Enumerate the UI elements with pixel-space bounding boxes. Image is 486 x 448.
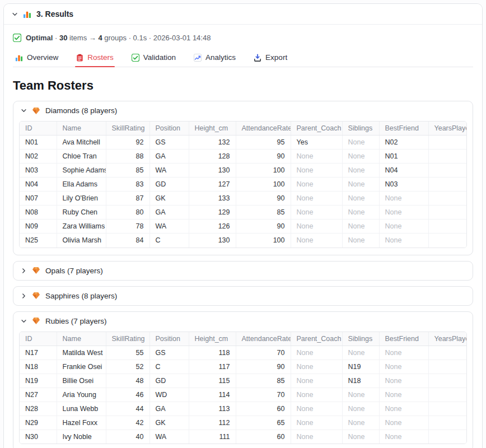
cell: None — [291, 206, 342, 220]
cell: None — [379, 234, 428, 248]
tab-export[interactable]: Export — [253, 51, 288, 67]
expander-toggle-sapphires[interactable]: Sapphires (8 players) — [13, 287, 473, 305]
cell: 0 — [428, 374, 467, 388]
cell: None — [291, 416, 342, 430]
cell: 70 — [236, 388, 291, 402]
cell: None — [379, 374, 428, 388]
table-row: N30Ivy Noble40WA11160NoneNoneNone0 — [20, 430, 467, 444]
cell: 60 — [236, 430, 291, 444]
check-icon — [132, 54, 139, 62]
cell: N03 — [379, 178, 428, 192]
expander-toggle-rubies[interactable]: Rubies (7 players) — [13, 312, 473, 330]
tab-label: Analytics — [205, 53, 236, 62]
cell: None — [379, 430, 428, 444]
cell: N27 — [20, 388, 57, 402]
tab-rosters[interactable]: Rosters — [75, 51, 115, 67]
cell: None — [342, 388, 379, 402]
cell: WA — [149, 430, 189, 444]
results-panel: 3. Results Optimal · 30 items → 4 groups… — [3, 3, 483, 448]
column-header: AttendanceRate — [236, 122, 291, 136]
cell: None — [342, 178, 379, 192]
groups-count: 4 — [98, 34, 102, 42]
cell: None — [342, 136, 379, 150]
expander-label: Rubies (7 players) — [45, 317, 107, 325]
expander-sapphires: Sapphires (8 players) — [13, 286, 473, 306]
results-expander-header[interactable]: 3. Results — [4, 4, 482, 25]
column-header: Siblings — [342, 122, 379, 136]
download-icon — [254, 54, 261, 62]
duration: 0.1s — [133, 34, 147, 42]
line-chart-icon — [194, 54, 202, 62]
cell: None — [291, 192, 342, 206]
cell: None — [291, 360, 342, 374]
cell: 83 — [106, 178, 149, 192]
expander-label: Opals (7 players) — [45, 267, 103, 275]
column-header: Name — [57, 122, 106, 136]
column-header: Position — [149, 332, 189, 346]
cell: Yes — [291, 136, 342, 150]
column-header: Siblings — [342, 332, 379, 346]
cell: 132 — [189, 136, 236, 150]
chevron-right-icon — [21, 268, 27, 274]
cell: 60 — [236, 402, 291, 416]
cell: 85 — [236, 206, 291, 220]
tab-validation[interactable]: Validation — [130, 51, 177, 67]
cell: Ivy Noble — [57, 430, 106, 444]
expander-toggle-opals[interactable]: Opals (7 players) — [13, 262, 473, 280]
column-header: AttendanceRate — [236, 332, 291, 346]
cell: 126 — [189, 220, 236, 234]
cell: GS — [149, 346, 189, 360]
cell: 90 — [236, 220, 291, 234]
table-row: N18Frankie Osei52C11790NoneN19None0 — [20, 360, 467, 374]
items-count: 30 — [59, 34, 67, 42]
cell: 92 — [106, 136, 149, 150]
cell: Matilda West — [57, 346, 106, 360]
chevron-down-icon — [21, 108, 27, 114]
cell: Lily O'Brien — [57, 192, 106, 206]
chevron-down-icon — [12, 11, 18, 17]
cell: None — [291, 178, 342, 192]
cell: C — [149, 234, 189, 248]
column-header: ID — [20, 332, 57, 346]
header-row: IDNameSkillRatingPositionHeight_cmAttend… — [20, 122, 467, 136]
column-header: SkillRating — [106, 122, 149, 136]
cell: 130 — [189, 164, 236, 178]
cell: None — [342, 192, 379, 206]
cell: 90 — [236, 192, 291, 206]
roster-table-wrap: IDNameSkillRatingPositionHeight_cmAttend… — [13, 330, 473, 448]
cell: 0 — [428, 416, 467, 430]
cell: None — [342, 206, 379, 220]
cell: 100 — [236, 234, 291, 248]
column-header: ID — [20, 122, 57, 136]
table-row: N01Ava Mitchell92GS13295YesNoneN022 — [20, 136, 467, 150]
cell: GD — [149, 178, 189, 192]
table-row: N07Lily O'Brien87GK13390NoneNoneNone2 — [20, 192, 467, 206]
expander-label: Diamonds (8 players) — [45, 106, 117, 115]
cell: N18 — [342, 374, 379, 388]
gem-icon — [32, 317, 40, 325]
cell: None — [379, 416, 428, 430]
cell: None — [342, 164, 379, 178]
cell: 113 — [189, 402, 236, 416]
cell: WD — [149, 388, 189, 402]
cell: 0 — [428, 402, 467, 416]
cell: 55 — [106, 346, 149, 360]
table-row: N03Sophie Adams85WA130100NoneNoneN042 — [20, 164, 467, 178]
column-header: BestFriend — [379, 332, 428, 346]
cell: N25 — [20, 234, 57, 248]
table-row: N25Olivia Marsh84C130100NoneNoneNone2 — [20, 234, 467, 248]
tab-analytics[interactable]: Analytics — [193, 51, 237, 67]
success-check-icon — [13, 34, 21, 42]
cell: N08 — [20, 206, 57, 220]
cell: 44 — [106, 402, 149, 416]
tab-label: Rosters — [87, 53, 114, 62]
panel-title: 3. Results — [36, 10, 73, 18]
table-row: N27Aria Young46WD11470NoneNoneNone0 — [20, 388, 467, 402]
cell: C — [149, 360, 189, 374]
bar-chart-icon — [15, 54, 23, 62]
cell: None — [342, 416, 379, 430]
chevron-down-icon — [21, 318, 27, 324]
tab-overview[interactable]: Overview — [14, 51, 59, 67]
panel-body: Optimal · 30 items → 4 groups · 0.1s · 2… — [4, 25, 482, 448]
expander-toggle-diamonds[interactable]: Diamonds (8 players) — [13, 101, 473, 120]
